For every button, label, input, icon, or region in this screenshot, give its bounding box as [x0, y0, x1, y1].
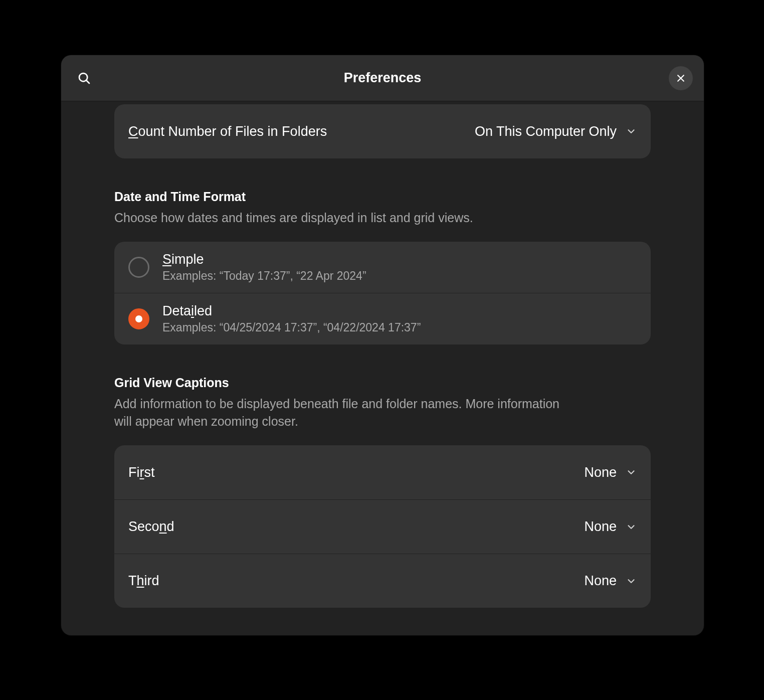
- date-format-simple-row[interactable]: Simple Examples: “Today 17:37”, “22 Apr …: [114, 242, 651, 293]
- chevron-down-icon: [626, 521, 637, 533]
- date-time-heading: Date and Time Format: [114, 190, 651, 204]
- search-button[interactable]: [71, 65, 97, 91]
- date-time-subheading: Choose how dates and times are displayed…: [114, 209, 651, 227]
- preferences-window: Preferences Count Number of Files in Fol…: [61, 55, 704, 635]
- radio-simple-sub: Examples: “Today 17:37”, “22 Apr 2024”: [162, 269, 366, 283]
- caption-second-label: Second: [128, 519, 174, 535]
- caption-second-row[interactable]: Second None: [114, 499, 651, 554]
- content-area: Count Number of Files in Folders On This…: [61, 101, 704, 635]
- titlebar: Preferences: [61, 55, 704, 101]
- chevron-down-icon: [626, 576, 637, 587]
- caption-third-label: Third: [128, 573, 159, 589]
- count-files-row[interactable]: Count Number of Files in Folders On This…: [114, 104, 651, 158]
- svg-line-1: [86, 80, 89, 83]
- radio-detailed[interactable]: [128, 308, 149, 329]
- count-files-value: On This Computer Only: [475, 124, 617, 139]
- radio-simple-label: Simple: [162, 252, 366, 267]
- caption-second-value: None: [584, 519, 617, 535]
- radio-simple[interactable]: [128, 257, 149, 278]
- chevron-down-icon: [626, 467, 637, 478]
- caption-first-label: First: [128, 465, 155, 480]
- count-files-label: Count Number of Files in Folders: [128, 124, 327, 139]
- caption-first-value: None: [584, 465, 617, 480]
- close-icon: [676, 73, 686, 83]
- search-icon: [77, 71, 92, 86]
- grid-captions-subheading: Add information to be displayed beneath …: [114, 395, 576, 430]
- date-format-detailed-row[interactable]: Detailed Examples: “04/25/2024 17:37”, “…: [114, 293, 651, 344]
- grid-captions-heading: Grid View Captions: [114, 376, 651, 390]
- window-title: Preferences: [344, 70, 422, 86]
- close-button[interactable]: [669, 66, 693, 90]
- radio-detailed-sub: Examples: “04/25/2024 17:37”, “04/22/202…: [162, 321, 421, 334]
- radio-detailed-label: Detailed: [162, 303, 421, 319]
- caption-first-row[interactable]: First None: [114, 445, 651, 499]
- caption-third-row[interactable]: Third None: [114, 554, 651, 608]
- chevron-down-icon: [626, 126, 637, 137]
- caption-third-value: None: [584, 573, 617, 589]
